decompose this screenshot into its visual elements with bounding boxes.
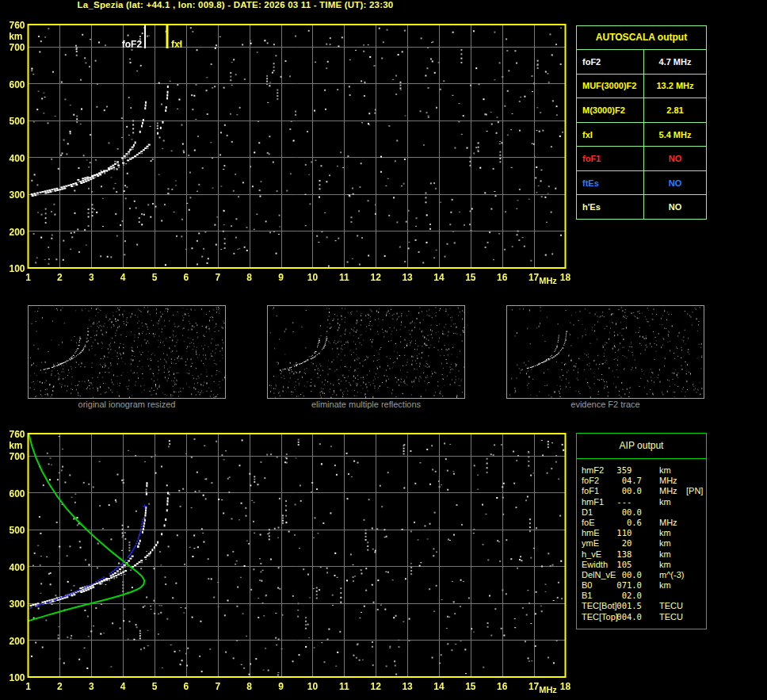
table-row: hmF2 359km: [577, 465, 706, 476]
table-row: h'EsNO: [577, 194, 706, 219]
parameter-unit: km: [659, 465, 671, 475]
station-title: La_Spezia (lat: +44.1 , lon: 009.8) - DA…: [0, 0, 471, 10]
autoscala-window: La_Spezia (lat: +44.1 , lon: 009.8) - DA…: [0, 0, 767, 700]
parameter-label: M(3000)F2: [577, 98, 644, 122]
table-row: ftEsNO: [577, 170, 706, 195]
parameter-value: 4.7 MHz: [644, 50, 706, 74]
parameter-value: 04.7: [612, 476, 642, 485]
parameter-value: NO: [644, 195, 706, 219]
table-row: fxI5.4 MHz: [577, 122, 706, 147]
aip-output-table: AIP output hmF2 359kmfoF2 04.7MHzfoF1 00…: [576, 433, 707, 629]
parameter-value: 13.2 MHz: [644, 75, 706, 98]
table-row: TEC[Top] 004.0TECU: [577, 612, 706, 622]
table-row: MUF(3000)F213.2 MHz: [577, 74, 706, 98]
parameter-value: NO: [644, 147, 706, 170]
table-row: foF24.7 MHz: [577, 49, 706, 74]
parameter-unit: km: [659, 528, 671, 537]
table-row: DelN_vE 00.0m^(-3): [577, 570, 706, 580]
parameter-value: 20: [612, 538, 632, 548]
parameter-value: 105: [612, 560, 632, 569]
table-row: foF2 04.7MHz: [577, 476, 706, 486]
table-row: hmE 110km: [577, 528, 706, 538]
parameter-unit: MHz: [659, 486, 677, 495]
parameter-unit: km: [659, 538, 671, 548]
table-row: ymE 20km: [577, 538, 706, 549]
table-row: D1 00.0: [577, 507, 706, 518]
parameter-value: 00.0: [612, 486, 642, 495]
parameter-unit: km: [659, 560, 671, 569]
parameter-label: h_vE: [582, 549, 601, 559]
parameter-value: 2.81: [644, 98, 706, 122]
parameter-value: ---: [612, 497, 632, 507]
aip-table-rows: hmF2 359kmfoF2 04.7MHzfoF1 00.0MHz[PN]hm…: [577, 459, 706, 622]
parameter-label: MUF(3000)F2: [577, 75, 644, 98]
autoscala-table-title: AUTOSCALA output: [577, 26, 706, 49]
parameter-value: NO: [644, 171, 706, 195]
thumbnail-evidence-f2-trace: [506, 305, 704, 399]
table-row: M(3000)F22.81: [577, 98, 706, 122]
table-row: Ewidth 105km: [577, 560, 706, 570]
parameter-value: 110: [612, 528, 632, 537]
parameter-label: h'Es: [577, 195, 644, 219]
parameter-value: 071.0: [612, 580, 642, 590]
table-row: TEC[Bot] 001.5TECU: [577, 601, 706, 611]
parameter-value: 138: [612, 549, 632, 559]
parameter-label: hmE: [582, 528, 600, 537]
parameter-label: hmF1: [582, 497, 604, 507]
table-row: hmF1 ---km: [577, 497, 706, 507]
aip-table-title: AIP output: [577, 434, 706, 459]
thumbnail-original-ionogram: [28, 305, 226, 399]
parameter-unit: MHz: [659, 518, 677, 527]
thumbnail-caption-3: evidence F2 trace: [506, 400, 704, 410]
table-row: B0 071.0km: [577, 580, 706, 591]
parameter-label: ftEs: [577, 171, 644, 195]
parameter-unit: km: [659, 549, 671, 559]
parameter-label: B0: [582, 580, 592, 590]
table-row: foF1 00.0MHz[PN]: [577, 486, 706, 496]
thumbnail-eliminate-reflections: [267, 305, 465, 399]
parameter-label: foF2: [582, 476, 599, 485]
parameter-value: 00.0: [612, 570, 642, 580]
table-row: h_vE 138km: [577, 549, 706, 560]
parameter-label: B1: [582, 591, 592, 600]
parameter-unit: TECU: [659, 601, 683, 610]
parameter-value: 02.0: [612, 591, 642, 600]
parameter-unit: TECU: [659, 612, 683, 622]
parameter-label: D1: [582, 507, 593, 517]
parameter-label: hmF2: [582, 465, 604, 475]
parameter-label: foF2: [577, 50, 644, 74]
parameter-unit: km: [659, 580, 671, 590]
parameter-value: 0.6: [612, 518, 642, 527]
parameter-unit: m^(-3): [659, 570, 684, 580]
parameter-label: foF1: [577, 147, 644, 170]
parameter-value: 359: [612, 465, 632, 475]
parameter-label: foF1: [582, 486, 599, 495]
parameter-label: DelN_vE: [582, 570, 616, 580]
parameter-value: 00.0: [612, 507, 642, 517]
bottom-ionogram-chart: [0, 427, 574, 700]
top-ionogram-chart: [0, 16, 574, 289]
parameter-label: fxI: [577, 123, 644, 147]
thumbnail-caption-1: original ionogram resized: [28, 400, 226, 410]
parameter-unit: MHz: [659, 476, 677, 485]
table-row: foE 0.6MHz: [577, 518, 706, 528]
parameter-note: [PN]: [686, 486, 703, 495]
parameter-label: Ewidth: [582, 560, 608, 569]
parameter-value: 004.0: [612, 612, 642, 622]
autoscala-table-rows: foF24.7 MHzMUF(3000)F213.2 MHzM(3000)F22…: [577, 49, 706, 219]
parameter-label: ymE: [582, 538, 599, 548]
autoscala-output-table: AUTOSCALA output foF24.7 MHzMUF(3000)F21…: [576, 25, 707, 220]
table-row: B1 02.0: [577, 591, 706, 601]
parameter-value: 5.4 MHz: [644, 123, 706, 147]
table-row: foF1NO: [577, 146, 706, 170]
parameter-value: 001.5: [612, 601, 642, 610]
parameter-unit: km: [659, 497, 671, 507]
thumbnail-caption-2: eliminate multiple reflections: [267, 400, 465, 410]
parameter-label: foE: [582, 518, 595, 527]
